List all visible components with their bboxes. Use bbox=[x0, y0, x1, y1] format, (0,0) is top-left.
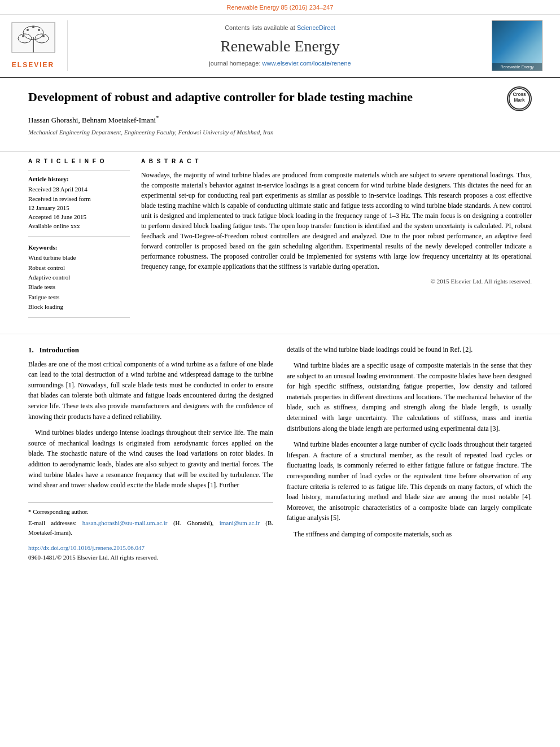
history-label: Article history: bbox=[28, 175, 130, 184]
svg-point-5 bbox=[27, 29, 29, 31]
article-info-abstract-section: A R T I C L E I N F O Article history: R… bbox=[0, 152, 560, 334]
svg-text:Cross: Cross bbox=[513, 93, 526, 98]
journal-header: ELSEVIER Contents lists available at Sci… bbox=[0, 15, 560, 78]
keyword-1: Robust control bbox=[28, 264, 130, 272]
article-info-header: A R T I C L E I N F O bbox=[28, 158, 130, 165]
journal-cover-block: Renewable Energy bbox=[483, 20, 551, 71]
email2-link[interactable]: imani@um.ac.ir bbox=[220, 519, 260, 526]
footnote-email-line: E-mail addresses: hasan.ghorashi@stu-mai… bbox=[28, 518, 273, 538]
email1-link[interactable]: hasan.ghorashi@stu-mail.um.ac.ir bbox=[82, 519, 168, 526]
right-paragraph-1: details of the wind turbine blade loadin… bbox=[287, 344, 532, 355]
main-body: 1. Introduction Blades are one of the mo… bbox=[0, 334, 560, 574]
crossmark-icon: Cross Mark bbox=[507, 86, 532, 111]
sciencedirect-link[interactable]: ScienceDirect bbox=[297, 24, 335, 31]
affiliation-line: Mechanical Engineering Department, Engin… bbox=[28, 128, 532, 137]
abstract-text: Nowadays, the majority of wind turbine b… bbox=[141, 170, 532, 272]
svg-point-7 bbox=[32, 26, 34, 28]
keywords-label: Keywords: bbox=[28, 243, 130, 252]
journal-homepage-line: journal homepage: www.elsevier.com/locat… bbox=[209, 59, 351, 68]
journal-cover-image: Renewable Energy bbox=[492, 20, 542, 71]
elsevier-brand-text: ELSEVIER bbox=[12, 60, 54, 70]
issn-text: 0960-1481/© 2015 Elsevier Ltd. All right… bbox=[28, 554, 158, 561]
svg-point-9 bbox=[42, 35, 45, 37]
abstract-header: A B S T R A C T bbox=[141, 158, 532, 165]
doi-link[interactable]: http://dx.doi.org/10.1016/j.renene.2015.… bbox=[28, 544, 145, 551]
cover-title-text: Renewable Energy bbox=[492, 63, 542, 71]
copyright-line: © 2015 Elsevier Ltd. All rights reserved… bbox=[141, 277, 532, 286]
svg-point-8 bbox=[22, 35, 24, 37]
body-right-column: details of the wind turbine blade loadin… bbox=[287, 344, 532, 563]
keyword-3: Blade tests bbox=[28, 283, 130, 291]
footnote-section: * Corresponding author. E-mail addresses… bbox=[28, 502, 273, 538]
intro-paragraph-1: Blades are one of the most critical comp… bbox=[28, 359, 273, 422]
article-info-column: A R T I C L E I N F O Article history: R… bbox=[28, 158, 130, 322]
svg-text:Mark: Mark bbox=[514, 98, 525, 103]
doi-section: http://dx.doi.org/10.1016/j.renene.2015.… bbox=[28, 543, 273, 562]
sciencedirect-line: Contents lists available at ScienceDirec… bbox=[225, 24, 335, 32]
elsevier-logo-svg bbox=[11, 21, 56, 58]
paper-title-section: Cross Mark Development of robust and ada… bbox=[0, 78, 560, 152]
right-paragraph-2: Wind turbine blades are a specific usage… bbox=[287, 360, 532, 434]
journal-reference-text: Renewable Energy 85 (2016) 234–247 bbox=[227, 4, 334, 11]
history-item-4: Available online xxx bbox=[28, 222, 130, 230]
intro-paragraph-2: Wind turbines blades undergo intense loa… bbox=[28, 427, 273, 491]
body-left-column: 1. Introduction Blades are one of the mo… bbox=[28, 344, 273, 563]
keyword-4: Fatigue tests bbox=[28, 293, 130, 302]
authors-line: Hassan Ghorashi, Behnam Moetakef-Imani* bbox=[28, 113, 532, 126]
introduction-title: 1. Introduction bbox=[28, 344, 273, 356]
abstract-column: A B S T R A C T Nowadays, the majority o… bbox=[141, 158, 532, 322]
keyword-2: Adaptive control bbox=[28, 273, 130, 282]
journal-title: Renewable Energy bbox=[220, 35, 340, 57]
journal-homepage-link[interactable]: www.elsevier.com/locate/renene bbox=[262, 60, 351, 67]
history-item-2: 12 January 2015 bbox=[28, 204, 130, 212]
history-item-1: Received in revised form bbox=[28, 195, 130, 203]
history-item-0: Received 28 April 2014 bbox=[28, 185, 130, 193]
right-paragraph-3: Wind turbine blades encounter a large nu… bbox=[287, 439, 532, 523]
footnote-corresponding: * Corresponding author. bbox=[28, 507, 273, 517]
journal-header-center: Contents lists available at ScienceDirec… bbox=[77, 20, 483, 71]
crossmark-block: Cross Mark bbox=[507, 86, 532, 111]
keyword-5: Block loading bbox=[28, 303, 130, 311]
right-paragraph-4: The stiffness and damping of composite m… bbox=[287, 529, 532, 540]
keyword-0: Wind turbine blade bbox=[28, 254, 130, 262]
elsevier-logo-block: ELSEVIER bbox=[6, 20, 68, 71]
body-two-column-layout: 1. Introduction Blades are one of the mo… bbox=[28, 344, 532, 563]
svg-point-6 bbox=[38, 29, 40, 31]
history-item-3: Accepted 16 June 2015 bbox=[28, 213, 130, 221]
journal-reference-bar: Renewable Energy 85 (2016) 234–247 bbox=[0, 0, 560, 15]
paper-title: Development of robust and adaptive contr… bbox=[28, 89, 532, 106]
